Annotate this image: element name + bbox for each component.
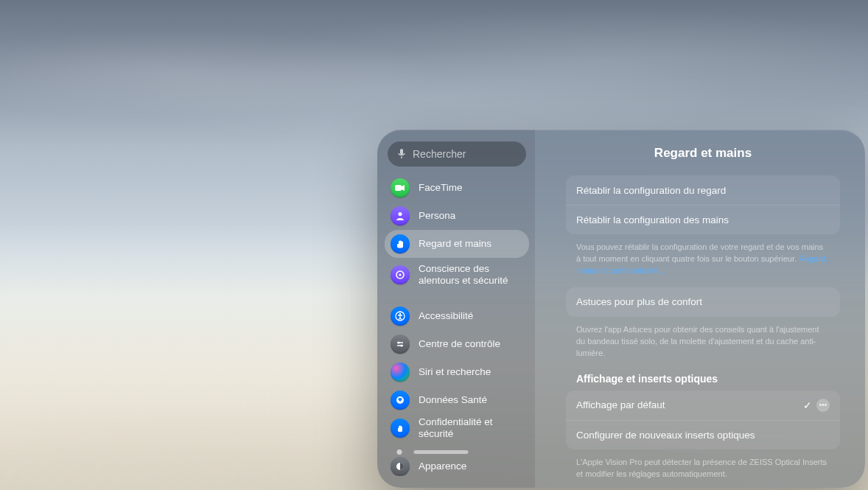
sidebar-item-eyes-hands[interactable]: Regard et mains [385,230,529,258]
sidebar-item-appearance[interactable]: Apparence [385,452,529,476]
sidebar-item-health[interactable]: Données Santé [385,386,529,414]
sidebar-item-siri[interactable]: Siri et recherche [385,358,529,386]
content-pane: Regard et mains Rétablir la configuratio… [535,130,865,488]
tips-group: Astuces pour plus de confort [566,287,840,317]
row-label: Rétablir la configuration du regard [576,185,726,196]
svg-point-7 [399,312,401,314]
hand-icon [391,234,410,253]
svg-rect-0 [400,149,403,155]
row-label: Astuces pour plus de confort [576,296,702,307]
awareness-icon [391,265,410,284]
reset-hand-setup-row[interactable]: Rétablir la configuration des mains [566,205,840,234]
sidebar-item-label: Données Santé [419,394,487,406]
sidebar-item-label: Regard et mains [419,238,491,250]
sidebar-item-privacy[interactable]: Confidentialité et sécurité [385,414,529,442]
sidebar-item-label: Accessibilité [419,310,473,322]
window-handle[interactable] [397,449,469,455]
row-label: Configurer de nouveaux inserts optiques [576,430,755,441]
accessibility-icon [391,307,410,326]
settings-window: FaceTime Persona Regard et mains [377,130,865,488]
settings-window-wrapper: FaceTime Persona Regard et mains [189,65,676,441]
more-button[interactable] [816,399,830,412]
sidebar-item-label: Siri et recherche [419,366,491,378]
microphone-icon [398,148,405,160]
svg-point-9 [397,341,399,343]
svg-point-5 [399,273,401,276]
search-box[interactable] [388,141,526,167]
sidebar-list: FaceTime Persona Regard et mains [385,174,529,476]
svg-point-11 [400,344,402,346]
page-title: Regard et mains [566,146,840,161]
persona-icon [391,206,410,225]
sidebar-group: Accessibilité Centre de contrôle Siri et… [385,302,529,442]
sidebar-item-control-center[interactable]: Centre de contrôle [385,330,529,358]
privacy-icon [391,419,410,438]
svg-point-3 [399,212,402,216]
sidebar-group: Apparence [385,452,529,476]
reset-eye-setup-row[interactable]: Rétablir la configuration du regard [566,175,840,205]
reset-footer: Vous pouvez rétablir la configuration de… [566,237,840,287]
sidebar-item-label: Persona [419,210,455,222]
search-input[interactable] [413,148,535,160]
close-dot-icon[interactable] [397,449,402,455]
sidebar-item-label: Confidentialité et sécurité [419,416,523,439]
facetime-icon [391,178,410,197]
appearance-icon [391,457,410,476]
display-inserts-header: Affichage et inserts optiques [566,370,840,391]
svg-point-15 [822,404,824,405]
sidebar-item-persona[interactable]: Persona [385,202,529,230]
row-label: Affichage par défaut [576,399,665,410]
sidebar-item-facetime[interactable]: FaceTime [385,174,529,202]
svg-point-16 [825,404,826,405]
footer-text: Vous pouvez rétablir la configuration de… [576,242,823,263]
sidebar: FaceTime Persona Regard et mains [377,130,535,488]
tips-footer: Ouvrez l'app Astuces pour obtenir des co… [566,320,840,370]
svg-rect-2 [395,185,402,191]
health-icon [391,391,410,410]
sidebar-item-awareness[interactable]: Conscience des alentours et sécurité [385,258,529,292]
display-inserts-group: Affichage par défaut ✓ Configurer de nou… [566,391,840,449]
checkmark-icon: ✓ [803,399,812,411]
reset-group: Rétablir la configuration du regard Réta… [566,175,840,234]
setup-optical-inserts-row[interactable]: Configurer de nouveaux inserts optiques [566,420,840,449]
inserts-footer: L'Apple Vision Pro peut détecter la prés… [566,452,840,488]
move-bar-icon[interactable] [414,450,469,454]
comfort-tips-row[interactable]: Astuces pour plus de confort [566,287,840,317]
row-accessory: ✓ [803,399,830,412]
svg-point-14 [819,404,821,405]
sidebar-item-accessibility[interactable]: Accessibilité [385,302,529,330]
sidebar-item-label: Apparence [419,461,466,472]
row-label: Rétablir la configuration des mains [576,214,729,225]
siri-icon [391,363,410,382]
sidebar-item-label: Centre de contrôle [419,338,500,350]
default-display-row[interactable]: Affichage par défaut ✓ [566,391,840,420]
control-center-icon [391,335,410,354]
sidebar-item-label: Conscience des alentours et sécurité [419,263,523,286]
sidebar-group: FaceTime Persona Regard et mains [385,174,529,292]
sidebar-item-label: FaceTime [419,182,463,194]
